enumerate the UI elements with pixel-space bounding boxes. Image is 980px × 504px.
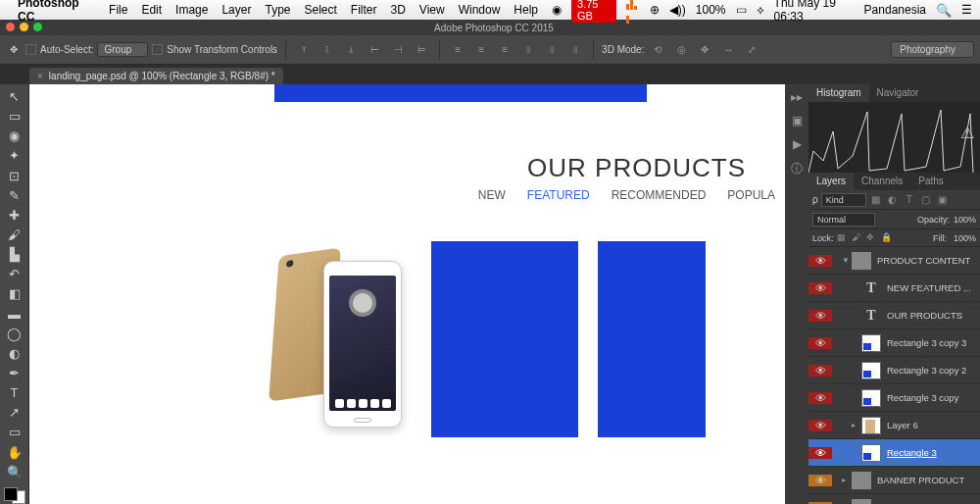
layer-thumbnail[interactable] (861, 389, 881, 407)
visibility-toggle-icon[interactable]: 👁 (808, 420, 832, 431)
gradient-tool-icon[interactable]: ▬ (4, 306, 25, 323)
history-brush-icon[interactable]: ↶ (4, 266, 25, 282)
tab-popular[interactable]: POPULA (727, 188, 775, 202)
tab-paths[interactable]: Paths (910, 173, 952, 190)
tab-navigator[interactable]: Navigator (869, 84, 927, 102)
menu-help[interactable]: Help (514, 3, 538, 17)
distribute-hcenter-icon[interactable]: ⦀ (542, 40, 562, 60)
heading-text[interactable]: OUR PRODUCTS (527, 153, 746, 183)
istat-icon[interactable]: ◉ (552, 3, 562, 17)
layer-name[interactable]: Rectangle 3 copy 2 (887, 365, 976, 376)
notification-icon[interactable]: ☰ (961, 3, 972, 17)
lasso-tool-icon[interactable]: ◉ (4, 127, 25, 144)
filter-pixel-icon[interactable]: ▦ (869, 193, 883, 207)
rectangle-shape[interactable] (598, 241, 706, 437)
filter-kind-icon[interactable]: ρ (812, 194, 818, 205)
shape-tool-icon[interactable]: ▭ (4, 424, 25, 440)
folder-icon[interactable] (852, 252, 871, 270)
filter-adjust-icon[interactable]: ◐ (886, 193, 900, 207)
distribute-vcenter-icon[interactable]: ≡ (471, 40, 491, 60)
opacity-value[interactable]: 100% (954, 215, 976, 225)
brush-tool-icon[interactable]: 🖌 (4, 227, 25, 243)
layer-row[interactable]: 👁TNEW FEATURED ... (808, 275, 980, 302)
3d-orbit-icon[interactable]: ⟲ (648, 40, 667, 60)
filter-shape-icon[interactable]: ▢ (919, 193, 933, 207)
menu-window[interactable]: Window (459, 3, 501, 17)
tab-featured[interactable]: FEATURED (527, 188, 590, 202)
visibility-toggle-icon[interactable]: 👁 (808, 310, 832, 322)
align-vcenter-icon[interactable]: ⫱ (318, 40, 337, 60)
move-tool-icon[interactable]: ↖ (4, 88, 25, 105)
layer-thumbnail[interactable] (861, 417, 881, 434)
fill-value[interactable]: 100% (954, 233, 976, 243)
layer-name[interactable]: NEW FEATURED ... (887, 282, 976, 293)
ram-badge[interactable]: 3.75 GB (571, 0, 616, 23)
visibility-toggle-icon[interactable]: 👁 (808, 447, 832, 459)
auto-select-dropdown[interactable]: Group (97, 42, 148, 57)
spotlight-icon[interactable]: 🔍 (936, 3, 952, 18)
dodge-tool-icon[interactable]: ◐ (4, 345, 25, 362)
tab-recommended[interactable]: RECOMMENDED (612, 188, 707, 202)
disclosure-icon[interactable]: ▼ (842, 256, 850, 265)
layer-row[interactable]: 👁Rectangle 3 (808, 439, 980, 467)
tab-layers[interactable]: Layers (808, 173, 854, 190)
3d-scale-icon[interactable]: ⤢ (742, 40, 761, 60)
wand-tool-icon[interactable]: ✦ (4, 147, 25, 164)
lock-pos-icon[interactable]: ✥ (866, 232, 878, 244)
3d-pan-icon[interactable]: ✥ (695, 40, 714, 60)
heal-tool-icon[interactable]: ✚ (4, 207, 25, 224)
type-layer-icon[interactable]: T (861, 279, 881, 297)
history-panel-icon[interactable]: ▣ (792, 114, 803, 127)
layer-row[interactable]: 👁Rectangle 3 copy (808, 384, 980, 412)
volume-icon[interactable]: ◀)) (669, 3, 686, 17)
menu-type[interactable]: Type (265, 3, 290, 17)
menu-edit[interactable]: Edit (141, 3, 162, 17)
close-tab-icon[interactable]: × (37, 71, 43, 81)
info-panel-icon[interactable]: ⓘ (791, 161, 803, 177)
align-hcenter-icon[interactable]: ⊣ (388, 40, 408, 60)
align-right-icon[interactable]: ⊨ (412, 40, 431, 60)
datetime[interactable]: Thu May 19 06:33 (774, 0, 855, 24)
visibility-toggle-icon[interactable]: 👁 (808, 475, 832, 486)
crop-tool-icon[interactable]: ⊡ (4, 168, 25, 184)
visibility-toggle-icon[interactable]: 👁 (808, 337, 832, 349)
disclosure-icon[interactable]: ▸ (852, 421, 859, 429)
header-bar-shape[interactable] (274, 84, 647, 102)
layer-row[interactable]: 👁▸BANNER PRODUCT (808, 467, 980, 494)
filter-kind-dropdown[interactable]: Kind (821, 193, 866, 207)
layer-name[interactable]: Rectangle 3 (887, 447, 976, 458)
cpu-bars-icon[interactable] (626, 0, 640, 24)
distribute-bottom-icon[interactable]: ≡ (495, 40, 514, 60)
tab-histogram[interactable]: Histogram (808, 84, 869, 102)
app-name[interactable]: Photoshop CC (18, 0, 95, 24)
layer-row[interactable]: 👁▸Layer 6 (808, 412, 980, 439)
visibility-toggle-icon[interactable]: 👁 (808, 255, 832, 267)
filter-smart-icon[interactable]: ▣ (936, 193, 950, 207)
menu-select[interactable]: Select (304, 3, 336, 17)
menu-file[interactable]: File (109, 3, 127, 17)
layer-row[interactable]: 👁Rectangle 3 copy 2 (808, 357, 980, 384)
lock-all-icon[interactable]: 🔒 (881, 232, 893, 244)
histogram-warning-icon[interactable]: ⚠ (960, 124, 974, 142)
workspace-dropdown[interactable]: Photography (891, 41, 974, 58)
visibility-toggle-icon[interactable]: 👁 (808, 282, 832, 294)
layer-name[interactable]: Rectangle 3 copy (887, 392, 976, 403)
canvas-area[interactable]: OUR PRODUCTS NEW FEATURED RECOMMENDED PO… (29, 84, 785, 504)
3d-slide-icon[interactable]: ↔ (718, 40, 738, 60)
auto-select-check[interactable]: Auto-Select: (25, 44, 93, 56)
layer-thumbnail[interactable] (861, 362, 881, 379)
path-tool-icon[interactable]: ↗ (4, 404, 25, 421)
eraser-tool-icon[interactable]: ◧ (4, 285, 25, 302)
wifi-icon[interactable]: ⟡ (757, 3, 764, 17)
dropbox-icon[interactable]: ⊕ (650, 3, 660, 17)
layer-name[interactable]: Layer 6 (887, 420, 976, 430)
stamp-tool-icon[interactable]: ▙ (4, 246, 25, 263)
pen-tool-icon[interactable]: ✒ (4, 365, 25, 381)
actions-panel-icon[interactable]: ▶ (793, 137, 802, 151)
layer-row[interactable]: 👁TOUR PRODUCTS (808, 302, 980, 329)
color-swatches[interactable] (4, 487, 25, 504)
menu-view[interactable]: View (419, 3, 445, 17)
visibility-toggle-icon[interactable]: 👁 (808, 365, 832, 377)
layer-row[interactable]: 👁▸HEADER (808, 494, 980, 504)
phone-image-layer[interactable] (255, 241, 412, 437)
